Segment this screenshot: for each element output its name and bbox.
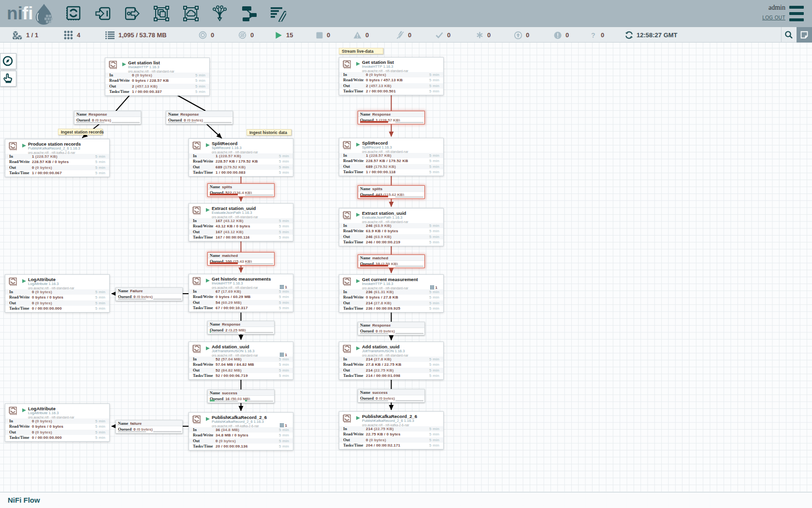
svg-text:fi: fi (22, 3, 33, 23)
svg-text:ni: ni (7, 3, 23, 23)
svg-text:?: ? (591, 31, 595, 39)
